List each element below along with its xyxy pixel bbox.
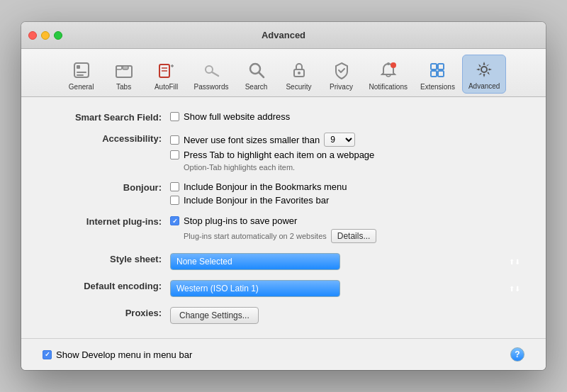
tab-security[interactable]: Security — [279, 56, 320, 94]
proxies-row: Proxies: Change Settings... — [43, 307, 524, 324]
bottom-row: Show Develop menu in menu bar ? — [21, 338, 546, 370]
plugins-label: Internet plug-ins: — [43, 215, 170, 227]
accessibility-tab-checkbox[interactable] — [170, 150, 179, 159]
accessibility-option1-label: Never use font sizes smaller than — [184, 135, 320, 145]
stylesheet-select-container: None Selected ⬆⬇ — [170, 253, 524, 270]
smart-search-row: Smart Search Field: Show full website ad… — [43, 111, 524, 123]
autofill-icon — [155, 59, 178, 82]
proxies-btn-row: Change Settings... — [170, 307, 524, 324]
svg-rect-1 — [77, 65, 80, 69]
toolbar-items: General Tabs AutoFill Passwords — [61, 55, 507, 94]
smart-search-option1: Show full website address — [170, 111, 524, 122]
svg-rect-23 — [438, 71, 444, 77]
tab-notifications-label: Notifications — [369, 83, 408, 91]
privacy-icon — [330, 59, 353, 82]
encoding-row: Default encoding: Western (ISO Latin 1) … — [43, 280, 524, 297]
tab-notifications[interactable]: Notifications — [364, 56, 413, 94]
minimize-button[interactable] — [41, 31, 50, 40]
develop-menu-row: Show Develop menu in menu bar — [43, 349, 192, 360]
plugins-option1-label: Stop plug-ins to save power — [184, 215, 297, 226]
svg-point-24 — [481, 67, 487, 72]
develop-menu-checkbox[interactable] — [43, 350, 52, 359]
bonjour-option1: Include Bonjour in the Bookmarks menu — [170, 181, 524, 192]
svg-rect-5 — [116, 66, 122, 69]
tab-extensions[interactable]: Extensions — [415, 56, 461, 94]
accessibility-option2-label: Press Tab to highlight each item on a we… — [184, 150, 374, 160]
plugins-helper-row: Plug-ins start automatically on 2 websit… — [170, 229, 524, 243]
tab-autofill[interactable]: AutoFill — [146, 56, 187, 94]
svg-rect-21 — [438, 64, 444, 69]
svg-rect-22 — [431, 71, 437, 77]
encoding-select[interactable]: Western (ISO Latin 1) — [170, 280, 340, 297]
develop-menu-label: Show Develop menu in menu bar — [56, 349, 192, 360]
bonjour-bookmarks-checkbox[interactable] — [170, 182, 179, 191]
accessibility-option1: Never use font sizes smaller than 910111… — [170, 133, 524, 147]
accessibility-option2: Press Tab to highlight each item on a we… — [170, 150, 524, 160]
accessibility-row: Accessibility: Never use font sizes smal… — [43, 133, 524, 172]
accessibility-label: Accessibility: — [43, 133, 170, 144]
bonjour-option1-label: Include Bonjour in the Bookmarks menu — [184, 181, 347, 192]
encoding-select-container: Western (ISO Latin 1) ⬆⬇ — [170, 280, 524, 297]
extensions-icon — [426, 59, 449, 82]
help-button[interactable]: ? — [510, 347, 524, 362]
notifications-icon — [377, 59, 400, 82]
svg-rect-3 — [77, 74, 84, 76]
proxies-change-button[interactable]: Change Settings... — [170, 307, 259, 324]
passwords-icon — [200, 59, 223, 82]
window-title: Advanced — [262, 30, 305, 40]
plugins-row: Internet plug-ins: Stop plug-ins to save… — [43, 215, 524, 243]
close-button[interactable] — [28, 31, 37, 40]
bonjour-label: Bonjour: — [43, 181, 170, 193]
settings-grid: Smart Search Field: Show full website ad… — [43, 111, 524, 324]
security-icon — [288, 59, 310, 82]
bonjour-favorites-checkbox[interactable] — [170, 196, 179, 205]
tab-search-label: Search — [245, 83, 268, 91]
tab-advanced[interactable]: Advanced — [462, 55, 506, 94]
bonjour-option2-label: Include Bonjour in the Favorites bar — [184, 195, 329, 206]
preferences-window: Advanced General Tabs AutoFill — [21, 22, 546, 370]
encoding-label: Default encoding: — [43, 280, 170, 291]
tab-general[interactable]: General — [61, 56, 102, 94]
tab-tabs[interactable]: Tabs — [103, 56, 145, 94]
stylesheet-select[interactable]: None Selected — [170, 253, 340, 270]
tab-advanced-label: Advanced — [468, 82, 500, 90]
bonjour-row: Bonjour: Include Bonjour in the Bookmark… — [43, 181, 524, 206]
general-icon — [70, 59, 93, 82]
smart-search-controls: Show full website address — [170, 111, 524, 122]
svg-rect-6 — [123, 66, 128, 69]
tab-tabs-label: Tabs — [116, 83, 131, 91]
font-size-select[interactable]: 9101112 — [324, 133, 355, 147]
tab-search[interactable]: Search — [236, 56, 277, 94]
settings-content: Smart Search Field: Show full website ad… — [21, 97, 546, 338]
smart-search-checkbox[interactable] — [170, 112, 179, 121]
tab-general-label: General — [69, 83, 94, 91]
stylesheet-row: Style sheet: None Selected ⬆⬇ — [43, 253, 524, 270]
accessibility-fontsize-checkbox[interactable] — [170, 135, 179, 145]
svg-rect-20 — [431, 64, 437, 69]
search-icon — [245, 59, 268, 82]
plugins-option1: Stop plug-ins to save power — [170, 215, 524, 226]
svg-point-17 — [298, 72, 301, 74]
stylesheet-controls: None Selected ⬆⬇ — [170, 253, 524, 270]
encoding-select-arrow: ⬆⬇ — [509, 285, 520, 293]
accessibility-helper: Option-Tab highlights each item. — [184, 163, 524, 172]
accessibility-controls: Never use font sizes smaller than 910111… — [170, 133, 524, 172]
bonjour-controls: Include Bonjour in the Bookmarks menu In… — [170, 181, 524, 206]
stylesheet-label: Style sheet: — [43, 253, 170, 264]
plugins-controls: Stop plug-ins to save power Plug-ins sta… — [170, 215, 524, 243]
plugins-helper: Plug-ins start automatically on 2 websit… — [184, 232, 327, 240]
advanced-icon — [473, 58, 495, 81]
tab-privacy[interactable]: Privacy — [321, 56, 362, 94]
encoding-controls: Western (ISO Latin 1) ⬆⬇ — [170, 280, 524, 297]
svg-point-18 — [387, 62, 390, 65]
tab-passwords-label: Passwords — [194, 83, 229, 91]
tab-security-label: Security — [286, 83, 311, 91]
smart-search-option1-label: Show full website address — [184, 111, 290, 122]
maximize-button[interactable] — [54, 31, 62, 40]
tab-passwords[interactable]: Passwords — [189, 56, 235, 94]
plugins-details-button[interactable]: Details... — [331, 229, 377, 243]
toolbar: General Tabs AutoFill Passwords — [21, 49, 546, 97]
bonjour-option2: Include Bonjour in the Favorites bar — [170, 195, 524, 206]
stylesheet-select-arrow: ⬆⬇ — [509, 258, 520, 266]
plugins-savepower-checkbox[interactable] — [170, 216, 179, 225]
